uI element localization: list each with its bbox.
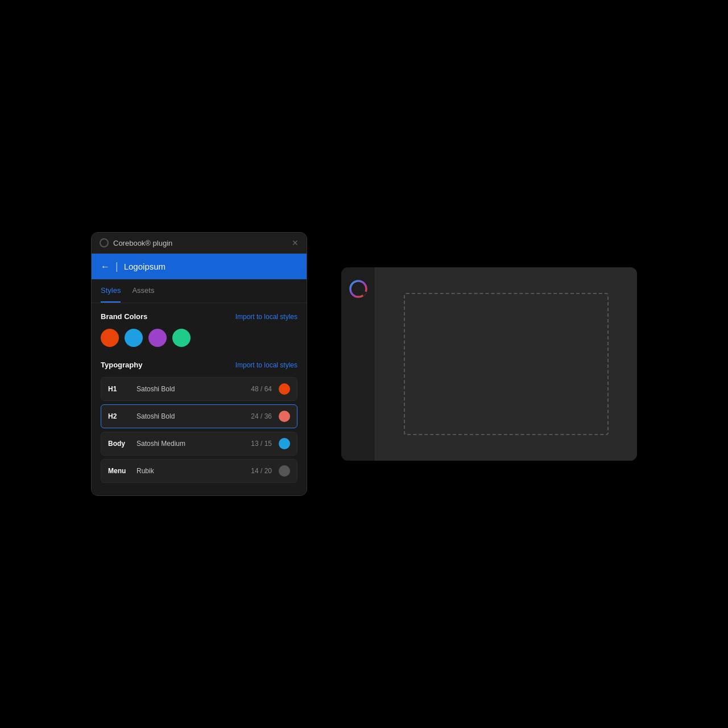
- typography-row-body[interactable]: Body Satoshi Medium 13 / 15: [101, 432, 297, 456]
- canvas-sidebar: [341, 267, 375, 461]
- type-font-h1: Satoshi Bold: [136, 385, 251, 393]
- canvas-main: [375, 267, 637, 461]
- swatch-blue[interactable]: [125, 329, 143, 347]
- color-swatches: [101, 329, 297, 347]
- type-font-body: Satoshi Medium: [136, 440, 251, 448]
- type-size-body: 13 / 15: [251, 440, 272, 448]
- type-color-menu: [279, 465, 290, 477]
- type-font-h2: Satoshi Bold: [136, 412, 251, 420]
- type-size-h1: 48 / 64: [251, 385, 272, 393]
- typography-header: Typography Import to local styles: [101, 361, 297, 369]
- canvas-logo-icon: [348, 279, 369, 299]
- close-icon[interactable]: ✕: [292, 238, 299, 247]
- typography-title: Typography: [101, 361, 142, 369]
- type-size-h2: 24 / 36: [251, 412, 272, 420]
- panel-title-text: Corebook® plugin: [113, 239, 172, 247]
- back-button[interactable]: ←: [101, 262, 110, 272]
- type-size-menu: 14 / 20: [251, 467, 272, 475]
- plugin-panel: Corebook® plugin ✕ ← | Logoipsum Styles …: [91, 232, 307, 496]
- panel-titlebar: Corebook® plugin ✕: [92, 233, 307, 254]
- panel-content: Brand Colors Import to local styles Typo…: [92, 303, 307, 495]
- canvas-panel: [341, 267, 637, 461]
- brand-colors-header: Brand Colors Import to local styles: [101, 312, 297, 321]
- type-label-h2: H2: [108, 412, 136, 420]
- typography-row-h2[interactable]: H2 Satoshi Bold 24 / 36: [101, 404, 297, 428]
- type-color-h2: [279, 411, 290, 422]
- type-font-menu: Rubik: [136, 467, 251, 475]
- titlebar-left: Corebook® plugin: [100, 238, 172, 247]
- brand-name-label: Logoipsum: [124, 262, 166, 271]
- type-label-menu: Menu: [108, 467, 136, 475]
- import-typography-link[interactable]: Import to local styles: [235, 361, 297, 369]
- swatch-orange[interactable]: [101, 329, 119, 347]
- scene: Corebook® plugin ✕ ← | Logoipsum Styles …: [51, 232, 677, 496]
- panel-header: ← | Logoipsum: [92, 254, 307, 279]
- type-label-h1: H1: [108, 385, 136, 393]
- swatch-green[interactable]: [172, 329, 191, 347]
- brand-colors-title: Brand Colors: [101, 312, 147, 321]
- type-color-h1: [279, 383, 290, 395]
- tab-assets[interactable]: Assets: [132, 279, 154, 303]
- typography-section: Typography Import to local styles H1 Sat…: [101, 361, 297, 483]
- import-colors-link[interactable]: Import to local styles: [235, 313, 297, 321]
- type-label-body: Body: [108, 440, 136, 448]
- tab-styles[interactable]: Styles: [101, 279, 121, 303]
- swatch-purple[interactable]: [148, 329, 167, 347]
- canvas-dashed-box: [404, 293, 609, 435]
- header-divider: |: [115, 260, 118, 272]
- typography-row-menu[interactable]: Menu Rubik 14 / 20: [101, 459, 297, 483]
- type-color-body: [279, 438, 290, 449]
- corebook-icon: [100, 238, 109, 247]
- typography-row-h1[interactable]: H1 Satoshi Bold 48 / 64: [101, 377, 297, 401]
- panel-tabs: Styles Assets: [92, 279, 307, 303]
